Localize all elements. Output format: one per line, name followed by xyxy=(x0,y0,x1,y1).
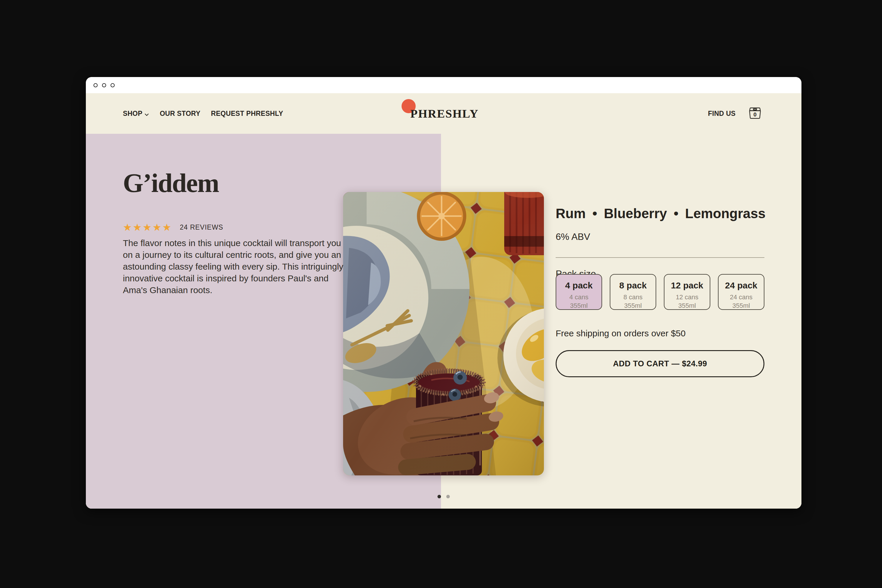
pack-option-cans: 8 cans xyxy=(610,293,656,302)
pack-option-volume: 355ml xyxy=(556,302,602,310)
window-controls xyxy=(93,77,115,93)
cart-button[interactable]: 0 xyxy=(748,107,762,120)
nav-item-request-phreshly[interactable]: REQUEST PHRESHLY xyxy=(211,110,284,118)
star-rating-icons: ★★★★★ xyxy=(123,222,172,232)
brand-logo[interactable]: PHRESHLY xyxy=(409,107,478,120)
divider-line xyxy=(556,257,764,258)
product-page-content: G’iddem ★★★★★ 24 REVIEWS The flavor note… xyxy=(86,134,801,508)
carousel-dot-active[interactable] xyxy=(438,495,441,498)
browser-chrome-bar xyxy=(86,77,801,93)
nav-right-group: FIND US 0 xyxy=(708,93,762,134)
site-header: SHOP OUR STORY REQUEST PHRESHLY xyxy=(86,93,801,134)
pack-size-options: 4 pack 4 cans 355ml 8 pack 8 cans 355ml … xyxy=(556,274,764,310)
pack-option-label: 4 pack xyxy=(556,280,602,291)
browser-window: SHOP OUR STORY REQUEST PHRESHLY xyxy=(86,77,801,508)
pack-option-12[interactable]: 12 pack 12 cans 355ml xyxy=(664,274,710,310)
logo-text: PHRESHLY xyxy=(410,107,478,120)
nav-item-shop-label: SHOP xyxy=(123,110,142,118)
pack-option-4[interactable]: 4 pack 4 cans 355ml xyxy=(556,274,602,310)
pack-option-volume: 355ml xyxy=(610,302,656,310)
abv-label: 6% ABV xyxy=(556,231,590,242)
pack-option-volume: 355ml xyxy=(718,302,764,310)
nav-item-find-us[interactable]: FIND US xyxy=(708,110,736,118)
window-control-icon[interactable] xyxy=(93,83,98,87)
window-control-icon[interactable] xyxy=(111,83,115,87)
site-viewport: SHOP OUR STORY REQUEST PHRESHLY xyxy=(86,93,801,508)
pack-option-label: 24 pack xyxy=(718,280,764,291)
image-carousel-dots xyxy=(343,495,544,498)
nav-item-our-story-label: OUR STORY xyxy=(160,110,200,118)
add-to-cart-button[interactable]: ADD TO CART — $24.99 xyxy=(556,350,764,377)
flavor-title: Rum • Blueberry • Lemongrass xyxy=(556,206,766,221)
rating-row[interactable]: ★★★★★ 24 REVIEWS xyxy=(123,222,223,232)
nav-item-shop[interactable]: SHOP xyxy=(123,109,149,118)
pack-option-24[interactable]: 24 pack 24 cans 355ml xyxy=(718,274,764,310)
nav-item-our-story[interactable]: OUR STORY xyxy=(160,110,200,118)
pack-option-label: 12 pack xyxy=(664,280,710,291)
chevron-down-icon xyxy=(144,110,149,118)
nav-left-group: SHOP OUR STORY REQUEST PHRESHLY xyxy=(123,93,283,134)
reviews-count-label[interactable]: 24 REVIEWS xyxy=(180,224,223,231)
logo-wrap: PHRESHLY xyxy=(409,93,478,134)
cart-count-badge: 0 xyxy=(748,111,762,118)
nav-item-request-phreshly-label: REQUEST PHRESHLY xyxy=(211,110,284,118)
pack-option-label: 8 pack xyxy=(610,280,656,291)
page-background: SHOP OUR STORY REQUEST PHRESHLY xyxy=(0,0,882,588)
product-description: The flavor notes in this unique cocktail… xyxy=(123,237,352,296)
product-name-heading: G’iddem xyxy=(123,171,219,195)
pack-option-cans: 12 cans xyxy=(664,293,710,302)
pack-option-cans: 4 cans xyxy=(556,293,602,302)
carousel-dot[interactable] xyxy=(446,495,450,498)
pack-option-volume: 355ml xyxy=(664,302,710,310)
product-photo[interactable] xyxy=(343,192,544,476)
shipping-note: Free shipping on orders over $50 xyxy=(556,328,686,338)
pack-option-cans: 24 cans xyxy=(718,293,764,302)
pack-option-8[interactable]: 8 pack 8 cans 355ml xyxy=(610,274,656,310)
window-control-icon[interactable] xyxy=(102,83,106,87)
